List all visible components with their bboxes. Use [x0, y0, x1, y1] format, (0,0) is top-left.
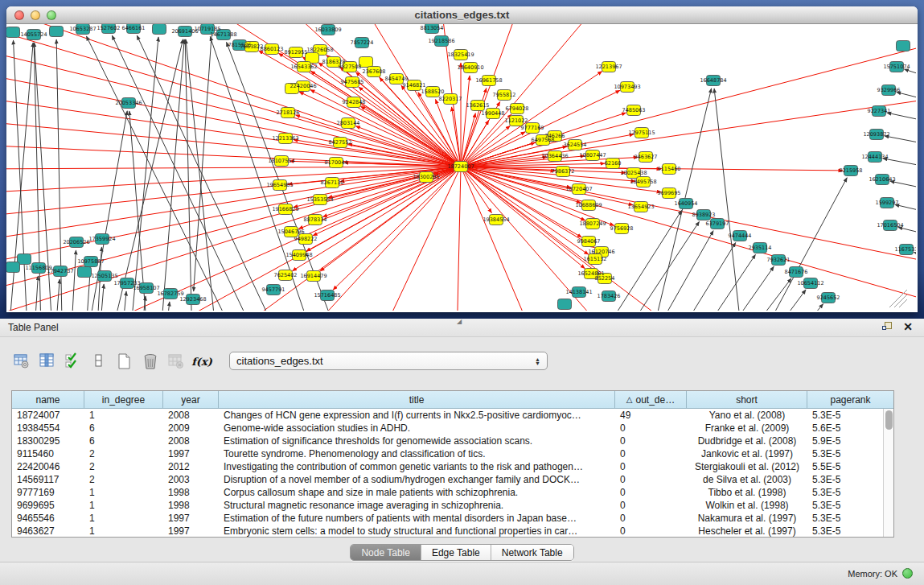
graph-node-label: 8267130 [321, 179, 344, 186]
new-column-button[interactable] [88, 351, 109, 372]
graph-node[interactable] [897, 41, 910, 51]
graph-node-label: 20053346 [115, 100, 142, 106]
graph-node[interactable] [50, 27, 64, 37]
table-scrollbar-thumb[interactable] [885, 410, 893, 430]
graph-edge-black[interactable] [758, 178, 847, 311]
cell-title: Estimation of the future numbers of pati… [219, 512, 615, 525]
table-row[interactable]: 969969511998Structural magnetic resonanc… [12, 499, 893, 512]
show-columns-button[interactable] [37, 351, 58, 372]
function-builder-button[interactable]: f(x) [191, 351, 212, 372]
graph-edge-black[interactable] [165, 302, 170, 311]
cell-short: Nakamura et al. (1997) [687, 512, 807, 525]
new-row-button[interactable] [114, 351, 135, 372]
graph-edge-black[interactable] [905, 69, 916, 80]
column-header-title[interactable]: title [219, 391, 615, 408]
graph-node-label: 16648784 [700, 77, 726, 84]
resize-grip-icon[interactable] [889, 290, 907, 307]
network-canvas[interactable]: 1872400714055724106532871527602646616120… [6, 24, 916, 311]
graph-edge-black[interactable] [194, 36, 211, 291]
table-body: 1872400712008Changes of HCN gene express… [12, 409, 893, 538]
graph-edge-black[interactable] [185, 39, 193, 311]
graph-node-label: 17359924 [88, 236, 115, 242]
graph-edge-red [461, 40, 916, 167]
cell-out: 0 [615, 525, 687, 538]
table-mode-button[interactable] [11, 351, 32, 372]
graph-edge-black[interactable] [674, 243, 736, 311]
graph-node-label: 8427552 [329, 139, 352, 146]
table-row[interactable]: 1872400712008Changes of HCN gene express… [12, 409, 893, 422]
graph-edge-red[interactable] [328, 167, 461, 198]
graph-edge-black[interactable] [791, 304, 823, 311]
table-scrollbar[interactable] [883, 409, 893, 538]
table-row[interactable]: 1938455462009Genome-wide association stu… [12, 422, 893, 435]
graph-edge-black[interactable] [34, 276, 38, 311]
delete-table-button[interactable] [166, 351, 187, 372]
tab-node-table[interactable]: Node Table [351, 545, 421, 560]
column-header-year[interactable]: year [163, 391, 219, 408]
graph-edge-black[interactable] [159, 39, 184, 311]
graph-edge-black[interactable] [890, 181, 916, 192]
graph-edge-red[interactable] [461, 167, 598, 274]
cell-title: Changes of HCN gene expression and I(f) … [219, 409, 615, 422]
panel-splitter-handle[interactable]: ◢ [457, 318, 462, 325]
select-all-columns-button[interactable] [63, 351, 84, 372]
graph-node-label: 7485063 [622, 107, 646, 113]
graph-node-label: 16958107 [133, 285, 159, 291]
table-row[interactable]: 2242004622012Investigating the contribut… [12, 460, 893, 473]
column-header-indegree[interactable]: in_degree [84, 391, 163, 408]
graph-edge-black[interactable] [121, 291, 126, 311]
graph-edge-red[interactable] [333, 167, 461, 290]
graph-edge-black[interactable] [646, 89, 712, 311]
resize-grip-icon[interactable] [899, 299, 907, 307]
column-header-outde[interactable]: △out_de… [615, 391, 687, 408]
graph-node-label: 18720407 [565, 186, 592, 192]
table-row[interactable]: 1456911722003Disruption of a novel membe… [12, 473, 893, 486]
table-row[interactable]: 946554611997Estimation of the future num… [12, 512, 893, 525]
memory-status-icon[interactable] [902, 568, 913, 579]
table-row[interactable]: 946362711997Embryonic stem cells: a mode… [12, 525, 893, 538]
graph-node[interactable] [6, 262, 20, 273]
graph-edge-black[interactable] [71, 250, 76, 311]
tab-network-table[interactable]: Network Table [491, 545, 573, 560]
table-row[interactable]: 911546021997Tourette syndrome. Phenomeno… [12, 447, 893, 460]
graph-edge-black[interactable] [766, 290, 806, 311]
graph-node-label: 8170044 [325, 159, 348, 166]
graph-edge-black[interactable] [914, 252, 916, 262]
graph-node[interactable] [153, 24, 166, 35]
graph-edge-red [6, 167, 461, 193]
graph-edge-black[interactable] [898, 227, 916, 237]
graph-edge-black[interactable] [721, 266, 774, 311]
graph-edge-black[interactable] [127, 37, 158, 311]
tab-edge-table[interactable]: Edge Table [421, 545, 491, 560]
graph-edge-black[interactable] [650, 231, 713, 311]
graph-node-label: 9756928 [610, 225, 634, 232]
graph-edge-black[interactable] [887, 113, 916, 124]
table-row[interactable]: 1830029562008Estimation of significance … [12, 435, 893, 447]
cell-indeg: 2 [84, 460, 163, 473]
fx-icon: f(x) [191, 356, 212, 368]
column-header-short[interactable]: short [687, 391, 807, 408]
window-titlebar[interactable]: citations_edges.txt [6, 6, 918, 24]
graph-edge-black[interactable] [619, 221, 699, 311]
table-selector-dropdown[interactable]: citations_edges.txt ▲▼ [229, 352, 548, 370]
graph-edge-red[interactable] [355, 126, 461, 167]
graph-edge-black[interactable] [112, 35, 272, 311]
graph-node-label: 12444134 [861, 154, 888, 160]
graph-node[interactable] [6, 27, 20, 38]
graph-node[interactable] [558, 299, 572, 310]
graph-edge-black[interactable] [103, 39, 183, 311]
delete-button[interactable] [140, 351, 161, 372]
cell-pr: 5.3E-5 [807, 447, 893, 460]
graph-edge-red[interactable] [461, 167, 585, 269]
table-row[interactable]: 977716911998Corpus callosum shape and si… [12, 486, 893, 499]
graph-node-label: 7857224 [351, 39, 374, 46]
graph-edge-red[interactable] [361, 106, 461, 167]
float-panel-icon[interactable] [882, 321, 893, 332]
graph-edge-black[interactable] [895, 204, 916, 215]
graph-node[interactable] [78, 267, 92, 278]
close-panel-icon[interactable]: ✕ [903, 321, 913, 332]
graph-edge-black[interactable] [696, 254, 755, 311]
cell-indeg: 2 [84, 447, 163, 460]
column-header-pagerank[interactable]: pagerank [807, 391, 893, 408]
column-header-name[interactable]: name [12, 391, 84, 408]
